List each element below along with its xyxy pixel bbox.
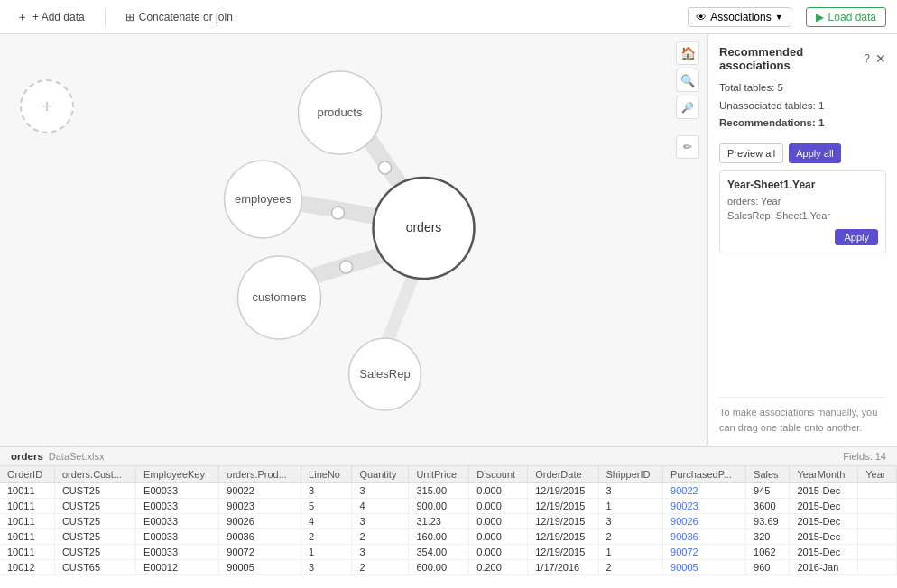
apply-recommendation-button[interactable]: Apply bbox=[835, 229, 878, 245]
table-cell: 2 bbox=[352, 560, 409, 575]
data-header: orders DataSet.xlsx Fields: 14 bbox=[0, 447, 897, 466]
data-fields-count: Fields: 14 bbox=[843, 451, 886, 462]
total-tables-stat: Total tables: 5 bbox=[719, 79, 886, 97]
table-cell: E00012 bbox=[136, 560, 219, 575]
column-header: orders.Cust... bbox=[54, 466, 135, 483]
table-cell: CUST25 bbox=[54, 529, 135, 545]
table-cell bbox=[858, 545, 897, 560]
table-cell: E00033 bbox=[136, 529, 219, 545]
table-cell: 31.23 bbox=[409, 514, 469, 529]
svg-text:SalesRep: SalesRep bbox=[359, 367, 410, 381]
lasso-button[interactable]: ✏ bbox=[676, 135, 699, 159]
table-cell: 1 bbox=[598, 499, 663, 514]
column-header: Quantity bbox=[352, 466, 409, 483]
table-cell bbox=[858, 529, 897, 545]
table-cell: 10011 bbox=[0, 499, 54, 514]
load-data-button[interactable]: ▶ Load data bbox=[806, 7, 886, 27]
panel-stats: Total tables: 5 Unassociated tables: 1 R… bbox=[719, 79, 886, 133]
table-cell: 2015-Dec bbox=[790, 483, 858, 499]
table-row: 10011CUST25E000339002354900.000.00012/19… bbox=[0, 499, 897, 514]
table-cell[interactable]: 90036 bbox=[663, 529, 746, 545]
column-header: Sales bbox=[746, 466, 790, 483]
table-cell: 2015-Dec bbox=[790, 545, 858, 560]
table-cell: CUST25 bbox=[54, 514, 135, 529]
table-cell[interactable]: 90023 bbox=[663, 499, 746, 514]
table-cell: 90026 bbox=[219, 514, 301, 529]
column-header: Discount bbox=[469, 466, 528, 483]
toolbar: ＋ + Add data ⊞ Concatenate or join 👁 Ass… bbox=[0, 0, 897, 34]
home-button[interactable]: 🏠 bbox=[676, 41, 699, 65]
plus-icon: ＋ bbox=[16, 9, 28, 25]
right-panel: Recommended associations ? ✕ Total table… bbox=[707, 34, 897, 446]
svg-point-0 bbox=[379, 161, 392, 174]
table-cell: 900.00 bbox=[409, 499, 469, 514]
recommendation-card: Year-Sheet1.Year orders: Year SalesRep: … bbox=[719, 170, 886, 253]
table-cell: 90036 bbox=[219, 529, 301, 545]
table-cell: 2 bbox=[598, 529, 663, 545]
preview-all-button[interactable]: Preview all bbox=[719, 143, 783, 163]
apply-all-button[interactable]: Apply all bbox=[789, 143, 841, 163]
close-icon[interactable]: ✕ bbox=[875, 51, 886, 66]
table-row: 10011CUST25E000339002233315.000.00012/19… bbox=[0, 483, 897, 499]
table-cell: 2015-Dec bbox=[790, 514, 858, 529]
table-cell: CUST25 bbox=[54, 499, 135, 514]
table-cell[interactable]: 90072 bbox=[663, 545, 746, 560]
table-cell: 90022 bbox=[219, 483, 301, 499]
data-area: orders DataSet.xlsx Fields: 14 OrderIDor… bbox=[0, 446, 897, 588]
table-cell[interactable]: 90005 bbox=[663, 560, 746, 575]
data-table-wrapper[interactable]: OrderIDorders.Cust...EmployeeKeyorders.P… bbox=[0, 466, 897, 588]
table-row: 10011CUST25E00033900264331.230.00012/19/… bbox=[0, 514, 897, 529]
rec-title: Year-Sheet1.Year bbox=[727, 179, 878, 191]
table-cell bbox=[858, 560, 897, 575]
table-cell: 1 bbox=[301, 545, 352, 560]
table-cell: 0.000 bbox=[469, 545, 528, 560]
table-cell[interactable]: 90022 bbox=[663, 483, 746, 499]
table-cell: 960 bbox=[746, 560, 790, 575]
add-data-button[interactable]: ＋ + Add data bbox=[11, 6, 90, 28]
rec-detail-1: orders: Year bbox=[727, 194, 878, 209]
table-header-row: OrderIDorders.Cust...EmployeeKeyorders.P… bbox=[0, 466, 897, 483]
table-cell[interactable]: 90026 bbox=[663, 514, 746, 529]
column-header: LineNo bbox=[301, 466, 352, 483]
svg-text:products: products bbox=[318, 106, 363, 119]
concat-join-button[interactable]: ⊞ Concatenate or join bbox=[120, 8, 238, 26]
table-cell: 1062 bbox=[746, 545, 790, 560]
table-cell: 0.000 bbox=[469, 499, 528, 514]
table-cell: 5 bbox=[301, 499, 352, 514]
table-cell: 4 bbox=[352, 499, 409, 514]
table-cell: 1 bbox=[598, 545, 663, 560]
table-cell: 12/19/2015 bbox=[528, 529, 598, 545]
help-icon[interactable]: ? bbox=[864, 52, 870, 65]
table-row: 10011CUST25E000339007213354.000.00012/19… bbox=[0, 545, 897, 560]
column-header: OrderID bbox=[0, 466, 54, 483]
table-cell: CUST25 bbox=[54, 545, 135, 560]
table-cell: 945 bbox=[746, 483, 790, 499]
zoom-in-button[interactable]: 🔍 bbox=[676, 69, 699, 92]
table-cell: 3 bbox=[598, 514, 663, 529]
column-header: Year bbox=[858, 466, 897, 483]
column-header: OrderDate bbox=[528, 466, 598, 483]
table-cell: CUST65 bbox=[54, 560, 135, 575]
table-cell bbox=[858, 499, 897, 514]
table-cell: 2 bbox=[352, 529, 409, 545]
table-cell: E00033 bbox=[136, 483, 219, 499]
table-row: 10011CUST25E000339003622160.000.00012/19… bbox=[0, 529, 897, 545]
table-cell: 3 bbox=[352, 483, 409, 499]
zoom-out-icon: 🔎 bbox=[681, 102, 694, 114]
table-cell: 90023 bbox=[219, 499, 301, 514]
associations-button[interactable]: 👁 Associations ▼ bbox=[688, 7, 791, 27]
table-cell: 2016-Jan bbox=[790, 560, 858, 575]
home-icon: 🏠 bbox=[680, 46, 696, 60]
data-title: orders DataSet.xlsx bbox=[11, 451, 105, 462]
table-cell: 354.00 bbox=[409, 545, 469, 560]
unassociated-stat: Unassociated tables: 1 bbox=[719, 97, 886, 115]
canvas-controls: 🏠 🔍 🔎 ✏ bbox=[676, 41, 699, 159]
table-cell: 2 bbox=[598, 560, 663, 575]
table-cell: 600.00 bbox=[409, 560, 469, 575]
svg-text:employees: employees bbox=[235, 192, 291, 206]
zoom-in-icon: 🔍 bbox=[680, 74, 695, 87]
zoom-out-button[interactable]: 🔎 bbox=[676, 96, 699, 119]
table-cell: 4 bbox=[301, 514, 352, 529]
table-cell: 12/19/2015 bbox=[528, 514, 598, 529]
panel-header-icons: ? ✕ bbox=[864, 51, 886, 66]
